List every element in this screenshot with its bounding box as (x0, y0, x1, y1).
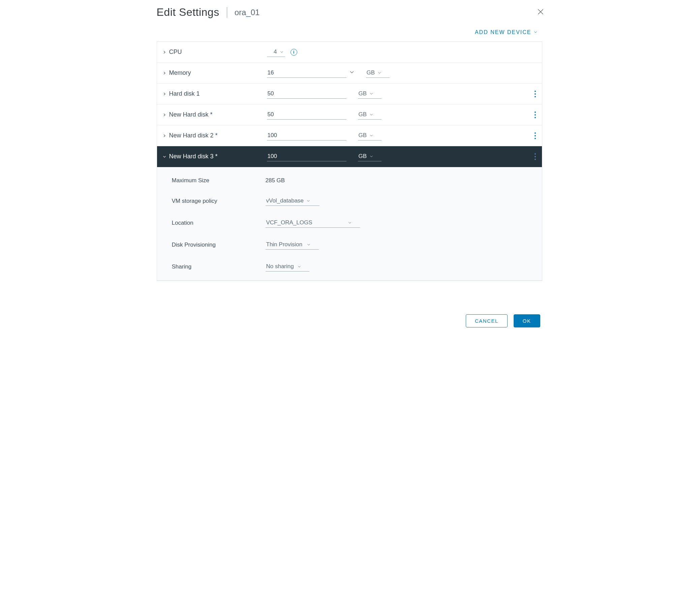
add-new-device-button[interactable]: ADD NEW DEVICE (475, 29, 538, 35)
ok-button[interactable]: OK (514, 314, 540, 328)
disk-unit: GB (358, 132, 367, 139)
disk-label: Hard disk 1 (169, 90, 200, 97)
chevron-down-icon (307, 242, 311, 246)
disk-unit-select[interactable]: GB (358, 89, 382, 99)
kebab-menu-icon[interactable] (534, 90, 536, 97)
modal-toolbar: ADD NEW DEVICE (151, 21, 549, 38)
storage-policy-label: VM storage policy (172, 198, 266, 205)
memory-unit: GB (367, 70, 375, 76)
chevron-right-icon (162, 92, 167, 96)
modal-footer: CANCEL OK (151, 308, 549, 334)
detail-row-storage-policy: VM storage policy vVol_database (157, 190, 542, 212)
detail-row-provisioning: Disk Provisioning Thin Provision (157, 234, 542, 256)
chevron-down-icon (533, 29, 538, 35)
location-value: VCF_ORA_LOGS (266, 219, 312, 226)
row-new-hard-disk-3: New Hard disk 3 * GB (157, 146, 542, 167)
chevron-down-icon (162, 155, 167, 159)
detail-row-location: Location VCF_ORA_LOGS (157, 212, 542, 234)
max-size-value: 285 GB (266, 177, 285, 184)
disk-size-input[interactable] (267, 110, 347, 120)
row-new-hard-disk: New Hard disk * GB (157, 104, 542, 125)
chevron-down-icon (369, 154, 373, 158)
header-separator (227, 7, 227, 18)
chevron-down-icon (369, 91, 373, 96)
row-hard-disk-1: Hard disk 1 GB (157, 83, 542, 104)
close-icon[interactable] (537, 8, 544, 17)
add-new-device-label: ADD NEW DEVICE (475, 29, 531, 35)
memory-input[interactable] (267, 68, 347, 78)
sharing-value: No sharing (266, 263, 294, 270)
chevron-right-icon (162, 71, 167, 75)
chevron-down-icon (348, 221, 352, 225)
provisioning-label: Disk Provisioning (172, 241, 266, 248)
disk-label: New Hard disk * (169, 111, 212, 118)
disk-size-input[interactable] (267, 89, 347, 99)
disk-size-input[interactable] (267, 131, 347, 140)
row-memory: Memory GB (157, 63, 542, 83)
disk-unit-select[interactable]: GB (358, 131, 382, 140)
modal-subtitle: ora_01 (234, 8, 260, 17)
disk-value-col: GB (267, 89, 382, 99)
location-select[interactable]: VCF_ORA_LOGS (266, 218, 360, 228)
disk-size-input[interactable] (267, 152, 347, 161)
disk-unit-select[interactable]: GB (358, 152, 382, 161)
chevron-right-icon (162, 50, 167, 54)
cancel-button[interactable]: CANCEL (466, 314, 507, 328)
disk-unit: GB (358, 153, 367, 160)
disk-label: New Hard disk 3 * (169, 153, 218, 160)
row-new-hard-disk-2: New Hard disk 2 * GB (157, 125, 542, 146)
cpu-label: CPU (169, 49, 182, 56)
storage-policy-select[interactable]: vVol_database (266, 196, 320, 206)
detail-row-max-size: Maximum Size 285 GB (157, 171, 542, 190)
hardware-panel: CPU 4 i Memo (157, 42, 542, 281)
row-toggle[interactable]: New Hard disk 3 * (162, 153, 267, 160)
row-toggle[interactable]: Hard disk 1 (162, 90, 267, 97)
max-size-label: Maximum Size (172, 177, 266, 184)
chevron-down-icon (377, 71, 381, 75)
disk-value-col: GB (267, 110, 382, 120)
chevron-down-icon (306, 199, 310, 203)
sharing-select[interactable]: No sharing (266, 262, 309, 271)
disk-unit-select[interactable]: GB (358, 110, 382, 120)
chevron-down-icon (369, 112, 373, 116)
row-cpu: CPU 4 i (157, 42, 542, 63)
row-toggle[interactable]: New Hard disk 2 * (162, 132, 267, 139)
row-toggle[interactable]: New Hard disk * (162, 111, 267, 118)
kebab-menu-icon[interactable] (534, 111, 536, 118)
provisioning-value: Thin Provision (266, 241, 303, 248)
chevron-down-icon[interactable] (349, 70, 354, 76)
row-cpu-toggle[interactable]: CPU (162, 49, 267, 56)
kebab-menu-icon[interactable] (534, 153, 536, 160)
hardware-scroll-area[interactable]: CPU 4 i Memo (157, 42, 547, 308)
chevron-right-icon (162, 134, 167, 138)
info-icon[interactable]: i (291, 49, 297, 56)
disk-value-col: GB (267, 131, 382, 140)
cpu-select[interactable]: 4 (267, 47, 285, 57)
cpu-value-col: 4 i (267, 47, 297, 57)
modal-title: Edit Settings (157, 6, 219, 19)
memory-unit-select[interactable]: GB (366, 68, 390, 78)
provisioning-select[interactable]: Thin Provision (266, 240, 319, 250)
memory-label: Memory (169, 70, 191, 76)
disk-unit: GB (358, 111, 367, 118)
storage-policy-value: vVol_database (266, 198, 304, 204)
chevron-down-icon (280, 50, 284, 54)
edit-settings-modal: Edit Settings ora_01 ADD NEW DEVICE CPU (151, 0, 549, 334)
kebab-menu-icon[interactable] (534, 132, 536, 139)
detail-row-sharing: Sharing No sharing (157, 256, 542, 278)
cpu-value: 4 (268, 49, 277, 55)
row-memory-toggle[interactable]: Memory (162, 70, 267, 76)
modal-header: Edit Settings ora_01 (151, 0, 549, 21)
disk-3-details: Maximum Size 285 GB VM storage policy vV… (157, 167, 542, 281)
disk-unit: GB (358, 90, 367, 97)
sharing-label: Sharing (172, 263, 266, 270)
location-label: Location (172, 220, 266, 226)
chevron-right-icon (162, 113, 167, 117)
chevron-down-icon (369, 133, 373, 137)
disk-label: New Hard disk 2 * (169, 132, 218, 139)
memory-value-col: GB (267, 68, 390, 78)
chevron-down-icon (297, 264, 301, 268)
disk-value-col: GB (267, 152, 382, 161)
